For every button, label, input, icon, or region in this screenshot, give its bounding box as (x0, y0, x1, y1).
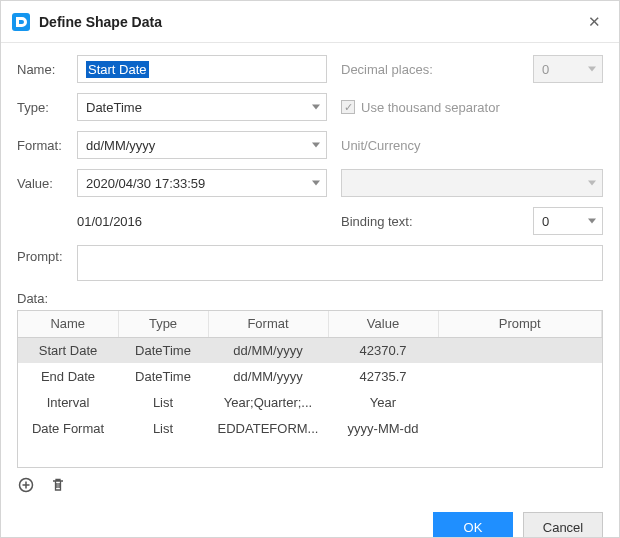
table-toolbar (1, 468, 619, 502)
chevron-down-icon (588, 67, 596, 72)
ok-button[interactable]: OK (433, 512, 513, 538)
cell-format: Year;Quarter;... (208, 389, 328, 415)
label-thousand-sep: Use thousand separator (361, 100, 500, 115)
label-name: Name: (17, 62, 77, 77)
label-decimal-places: Decimal places: (341, 62, 461, 77)
cell-value: 42735.7 (328, 363, 438, 389)
cell-prompt (438, 337, 602, 363)
table-row[interactable]: End DateDateTimedd/MM/yyyy42735.7 (18, 363, 602, 389)
table-row[interactable]: Date FormatListEDDATEFORM...yyyy-MM-dd (18, 415, 602, 441)
label-prompt: Prompt: (17, 245, 77, 264)
chevron-down-icon (588, 219, 596, 224)
col-type: Type (118, 311, 208, 337)
decimal-places-value: 0 (542, 62, 549, 77)
cell-type: DateTime (118, 337, 208, 363)
cell-prompt (438, 389, 602, 415)
format-combo[interactable]: dd/MM/yyyy (77, 131, 327, 159)
label-type: Type: (17, 100, 77, 115)
cell-format: dd/MM/yyyy (208, 363, 328, 389)
close-icon[interactable]: ✕ (580, 9, 609, 35)
name-input-value: Start Date (86, 61, 149, 78)
table-row[interactable]: Start DateDateTimedd/MM/yyyy42370.7 (18, 337, 602, 363)
chevron-down-icon (312, 105, 320, 110)
name-input[interactable]: Start Date (77, 55, 327, 83)
cell-value: 42370.7 (328, 337, 438, 363)
value-combo[interactable]: 2020/04/30 17:33:59 (77, 169, 327, 197)
window-title: Define Shape Data (39, 14, 162, 30)
dialog-footer: OK Cancel (1, 502, 619, 538)
prompt-input[interactable] (77, 245, 603, 281)
decimal-places-combo: 0 (533, 55, 603, 83)
unit-currency-combo (341, 169, 603, 197)
cancel-button[interactable]: Cancel (523, 512, 603, 538)
cell-prompt (438, 363, 602, 389)
binding-text-value: 0 (542, 214, 549, 229)
chevron-down-icon (588, 181, 596, 186)
titlebar: Define Shape Data ✕ (1, 1, 619, 43)
chevron-down-icon (312, 143, 320, 148)
cell-name: Date Format (18, 415, 118, 441)
col-format: Format (208, 311, 328, 337)
table-row[interactable]: IntervalListYear;Quarter;...Year (18, 389, 602, 415)
dialog-content: Name: Start Date Decimal places: 0 Type:… (1, 43, 619, 468)
app-icon (11, 12, 31, 32)
label-data: Data: (17, 291, 603, 306)
cell-type: List (118, 389, 208, 415)
data-table[interactable]: Name Type Format Value Prompt Start Date… (17, 310, 603, 468)
cell-name: Start Date (18, 337, 118, 363)
value-value: 2020/04/30 17:33:59 (86, 176, 205, 191)
cell-prompt (438, 415, 602, 441)
cell-format: dd/MM/yyyy (208, 337, 328, 363)
cell-name: End Date (18, 363, 118, 389)
cell-value: Year (328, 389, 438, 415)
type-combo[interactable]: DateTime (77, 93, 327, 121)
label-unit-currency: Unit/Currency (341, 138, 461, 153)
delete-icon[interactable] (49, 476, 67, 494)
thousand-sep-checkbox: ✓ (341, 100, 355, 114)
cell-type: List (118, 415, 208, 441)
label-format: Format: (17, 138, 77, 153)
type-value: DateTime (86, 100, 142, 115)
date-hint: 01/01/2016 (77, 214, 142, 229)
col-value: Value (328, 311, 438, 337)
svg-rect-0 (12, 13, 30, 31)
label-value: Value: (17, 176, 77, 191)
binding-text-combo[interactable]: 0 (533, 207, 603, 235)
cell-type: DateTime (118, 363, 208, 389)
cell-value: yyyy-MM-dd (328, 415, 438, 441)
format-value: dd/MM/yyyy (86, 138, 155, 153)
label-binding-text: Binding text: (341, 214, 461, 229)
add-icon[interactable] (17, 476, 35, 494)
cell-name: Interval (18, 389, 118, 415)
col-prompt: Prompt (438, 311, 602, 337)
table-header-row: Name Type Format Value Prompt (18, 311, 602, 337)
cell-format: EDDATEFORM... (208, 415, 328, 441)
chevron-down-icon (312, 181, 320, 186)
col-name: Name (18, 311, 118, 337)
